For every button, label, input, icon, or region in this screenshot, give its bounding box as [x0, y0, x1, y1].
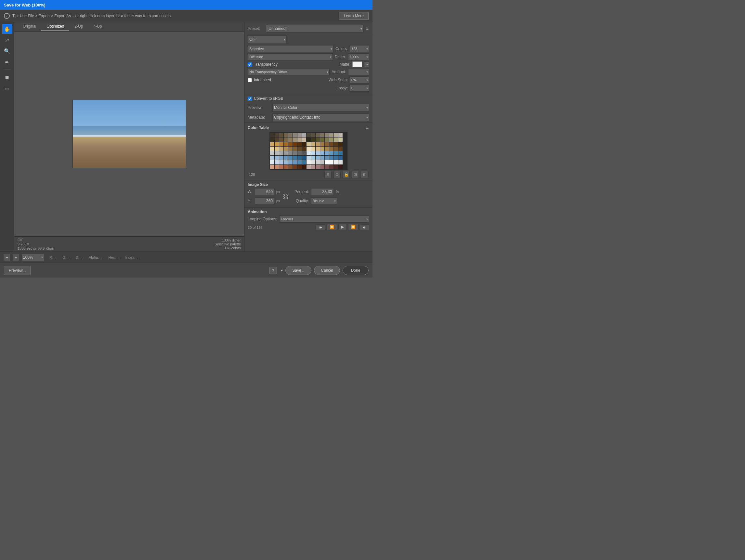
- color-swatch[interactable]: [334, 165, 338, 169]
- color-swatch[interactable]: [334, 137, 338, 142]
- hand-tool-button[interactable]: ✋: [2, 24, 12, 34]
- color-swatch[interactable]: [338, 142, 343, 146]
- color-swatch[interactable]: [338, 146, 343, 151]
- color-swatch[interactable]: [329, 137, 333, 142]
- metadata-select[interactable]: None Copyright Copyright and Contact Inf…: [272, 113, 369, 121]
- websnap-select[interactable]: 0% 10% 25%: [350, 76, 369, 84]
- color-swatch[interactable]: [306, 151, 311, 155]
- lossy-select[interactable]: 0 5 10: [350, 85, 369, 92]
- color-swatch[interactable]: [270, 146, 274, 151]
- color-swatch[interactable]: [293, 165, 297, 169]
- eyedropper-tool-button[interactable]: ✒: [2, 57, 12, 67]
- link-proportions-icon[interactable]: ⛓: [283, 193, 289, 200]
- prev-frame-button[interactable]: ⏪: [327, 224, 337, 230]
- color-swatch[interactable]: [311, 146, 315, 151]
- zoom-select[interactable]: 25% 50% 66.67% 100% 200%: [22, 254, 44, 261]
- color-swatch[interactable]: [325, 165, 329, 169]
- tab-2up[interactable]: 2-Up: [69, 22, 88, 31]
- color-swatch[interactable]: [302, 151, 306, 155]
- color-swatch[interactable]: [334, 142, 338, 146]
- color-swatch[interactable]: [279, 146, 284, 151]
- color-swatch[interactable]: [293, 133, 297, 137]
- color-swatch[interactable]: [279, 160, 284, 164]
- color-swatch[interactable]: [297, 160, 302, 164]
- amount-select[interactable]: [348, 68, 369, 75]
- color-swatch[interactable]: [329, 165, 333, 169]
- save-button[interactable]: Save...: [285, 266, 312, 275]
- color-swatch[interactable]: [302, 160, 306, 164]
- color-swatch[interactable]: [302, 137, 306, 142]
- color-swatch[interactable]: [279, 133, 284, 137]
- color-swatch[interactable]: [325, 142, 329, 146]
- color-swatch[interactable]: [270, 137, 274, 142]
- color-swatch[interactable]: [288, 133, 293, 137]
- color-swatch[interactable]: [329, 142, 333, 146]
- color-swatch[interactable]: [311, 156, 315, 160]
- cancel-button[interactable]: Cancel: [314, 266, 340, 275]
- done-button[interactable]: Done: [343, 266, 368, 275]
- color-swatch[interactable]: [284, 165, 288, 169]
- color-swatch[interactable]: [297, 133, 302, 137]
- color-swatch[interactable]: [329, 151, 333, 155]
- help-button[interactable]: ?: [269, 267, 277, 274]
- color-swatch[interactable]: [288, 146, 293, 151]
- color-swatch[interactable]: [288, 160, 293, 164]
- shift-web-button[interactable]: ⊙: [333, 171, 341, 178]
- tab-4up[interactable]: 4-Up: [88, 22, 107, 31]
- color-swatch[interactable]: [316, 142, 320, 146]
- color-swatch[interactable]: [338, 133, 343, 137]
- color-swatch[interactable]: [293, 156, 297, 160]
- color-swatch[interactable]: [306, 165, 311, 169]
- color-swatch[interactable]: [325, 137, 329, 142]
- convert-srgb-checkbox[interactable]: [248, 97, 252, 101]
- color-swatch[interactable]: [316, 151, 320, 155]
- view-toggle-button[interactable]: ▭: [2, 84, 12, 93]
- color-swatch[interactable]: [275, 156, 279, 160]
- color-swatch[interactable]: [302, 156, 306, 160]
- color-swatch[interactable]: [325, 151, 329, 155]
- tab-optimized[interactable]: Optimized: [41, 22, 69, 31]
- color-swatch[interactable]: [334, 146, 338, 151]
- color-swatch[interactable]: [334, 160, 338, 164]
- color-swatch[interactable]: [284, 160, 288, 164]
- color-swatch[interactable]: [302, 133, 306, 137]
- color-swatch[interactable]: [279, 137, 284, 142]
- width-input[interactable]: [255, 188, 274, 195]
- color-swatch[interactable]: [293, 151, 297, 155]
- color-swatch[interactable]: [297, 137, 302, 142]
- zoom-tool-button[interactable]: 🔍: [2, 46, 12, 56]
- color-swatch[interactable]: [284, 142, 288, 146]
- dither-type-select[interactable]: Diffusion Pattern Noise: [248, 53, 333, 61]
- color-swatch[interactable]: [293, 137, 297, 142]
- color-swatch[interactable]: [338, 156, 343, 160]
- learn-more-button[interactable]: Learn More: [339, 12, 368, 20]
- color-swatch[interactable]: [270, 160, 274, 164]
- color-swatch[interactable]: [275, 137, 279, 142]
- height-input[interactable]: [255, 197, 274, 204]
- color-swatch[interactable]: [297, 165, 302, 169]
- color-swatch[interactable]: [320, 133, 324, 137]
- color-swatch[interactable]: [275, 165, 279, 169]
- tab-original[interactable]: Original: [18, 22, 41, 31]
- color-swatch[interactable]: [293, 146, 297, 151]
- add-eyedropper-button[interactable]: ⊡: [352, 171, 359, 178]
- preview-select[interactable]: Monitor Color Mac Default Gamma Windows …: [272, 104, 369, 111]
- color-swatch[interactable]: [325, 156, 329, 160]
- lock-color-button[interactable]: 🔒: [343, 171, 350, 178]
- next-frame-button[interactable]: ⏩: [348, 224, 359, 230]
- color-swatch[interactable]: [320, 146, 324, 151]
- color-swatch[interactable]: [306, 142, 311, 146]
- color-swatch[interactable]: [306, 133, 311, 137]
- color-swatch[interactable]: [320, 142, 324, 146]
- color-reduction-select[interactable]: Selective Adaptive Perceptual: [248, 45, 333, 52]
- color-swatch[interactable]: [316, 133, 320, 137]
- color-swatch[interactable]: [320, 156, 324, 160]
- color-swatch[interactable]: [279, 151, 284, 155]
- color-swatch[interactable]: [329, 156, 333, 160]
- color-swatch[interactable]: [306, 146, 311, 151]
- color-swatch[interactable]: [316, 146, 320, 151]
- color-swatch[interactable]: [275, 151, 279, 155]
- color-swatch[interactable]: [270, 133, 274, 137]
- color-swatch[interactable]: [284, 133, 288, 137]
- color-swatch[interactable]: [311, 142, 315, 146]
